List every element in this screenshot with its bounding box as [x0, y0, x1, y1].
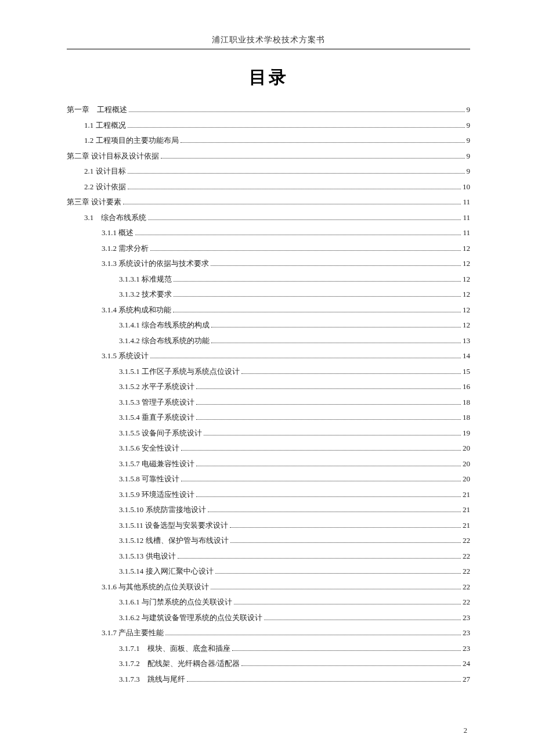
- toc-entry-page: 22: [463, 567, 470, 575]
- toc-entry[interactable]: 3.1.7.3 跳线与尾纤27: [67, 675, 470, 683]
- toc-entry-label: 1.1 工程概况: [84, 121, 126, 129]
- toc-entry[interactable]: 3.1 综合布线系统11: [67, 214, 470, 221]
- toc-entry-page: 20: [463, 475, 470, 483]
- toc-entry[interactable]: 3.1.1 概述11: [67, 229, 470, 236]
- toc-entry[interactable]: 3.1.5.2 水平子系统设计16: [67, 383, 470, 390]
- toc-leader-dots: [196, 388, 461, 389]
- toc-entry-label: 3.1.7.2 配线架、光纤耦合器/适配器: [119, 660, 240, 667]
- toc-entry-page: 20: [463, 444, 470, 452]
- toc-leader-dots: [174, 296, 461, 297]
- toc-entry-label: 3.1.5.9 环境适应性设计: [119, 491, 194, 498]
- toc-entry[interactable]: 3.1.5.12 线槽、保护管与布线设计22: [67, 537, 470, 544]
- toc-entry-label: 3.1.4 系统构成和功能: [102, 306, 171, 314]
- toc-leader-dots: [128, 127, 465, 128]
- toc-leader-dots: [181, 450, 461, 451]
- toc-entry-label: 3.1 综合布线系统: [84, 214, 146, 221]
- toc-entry[interactable]: 3.1.6 与其他系统的点位关联设计22: [67, 583, 470, 591]
- toc-entry-page: 12: [463, 260, 470, 267]
- toc-entry[interactable]: 3.1.5.9 环境适应性设计21: [67, 491, 470, 498]
- toc-leader-dots: [230, 542, 461, 543]
- toc-entry[interactable]: 3.1.3 系统设计的依据与技术要求12: [67, 260, 470, 267]
- toc-leader-dots: [181, 142, 465, 143]
- toc-entry-page: 22: [463, 598, 470, 606]
- toc-entry[interactable]: 第一章 工程概述9: [67, 106, 470, 113]
- toc-entry-page: 23: [463, 614, 470, 621]
- toc-leader-dots: [211, 343, 461, 343]
- toc-entry[interactable]: 3.1.6.1 与门禁系统的点位关联设计22: [67, 598, 470, 606]
- toc-entry-page: 18: [463, 398, 470, 406]
- toc-entry-page: 11: [463, 229, 470, 236]
- toc-entry-page: 22: [463, 537, 470, 544]
- toc-entry[interactable]: 1.1 工程概况9: [67, 121, 470, 129]
- toc-entry[interactable]: 2.2 设计依据10: [67, 183, 470, 190]
- toc-leader-dots: [196, 404, 461, 405]
- toc-leader-dots: [187, 681, 461, 682]
- toc-entry-page: 22: [463, 552, 470, 560]
- toc-entry[interactable]: 3.1.7 产品主要性能23: [67, 629, 470, 636]
- toc-entry[interactable]: 3.1.5.8 可靠性设计20: [67, 475, 470, 483]
- page-header: 浦江职业技术学校技术方案书: [67, 35, 470, 49]
- toc-entry[interactable]: 3.1.5.11 设备选型与安装要求设计21: [67, 521, 470, 529]
- toc-entry[interactable]: 2.1 设计目标9: [67, 167, 470, 175]
- toc-leader-dots: [241, 665, 461, 666]
- toc-entry-page: 23: [463, 645, 470, 652]
- toc-entry-page: 12: [463, 290, 470, 298]
- toc-entry-page: 9: [467, 167, 471, 175]
- toc-entry[interactable]: 3.1.4 系统构成和功能12: [67, 306, 470, 314]
- toc-entry-label: 3.1.3 系统设计的依据与技术要求: [102, 260, 209, 267]
- toc-entry-label: 3.1.4.2 综合布线系统的功能: [119, 337, 210, 344]
- toc-entry[interactable]: 1.2 工程项目的主要功能布局9: [67, 136, 470, 144]
- toc-leader-dots: [174, 281, 461, 282]
- toc-entry-label: 3.1.5.14 接入网汇聚中心设计: [119, 567, 214, 575]
- toc-entry[interactable]: 3.1.5.7 电磁兼容性设计20: [67, 460, 470, 467]
- toc-entry[interactable]: 3.1.7.1 模块、面板、底盒和插座23: [67, 645, 470, 652]
- toc-entry-label: 3.1.5.12 线槽、保护管与布线设计: [119, 537, 229, 544]
- toc-leader-dots: [211, 265, 461, 266]
- toc-entry[interactable]: 3.1.2 需求分析12: [67, 244, 470, 252]
- toc-entry[interactable]: 3.1.3.1 标准规范12: [67, 275, 470, 283]
- toc-entry[interactable]: 3.1.5.4 垂直子系统设计18: [67, 413, 470, 421]
- toc-entry-label: 第一章 工程概述: [67, 106, 127, 113]
- toc-leader-dots: [241, 373, 461, 374]
- toc-entry-page: 11: [463, 198, 470, 206]
- toc-entry[interactable]: 3.1.3.2 技术要求12: [67, 290, 470, 298]
- toc-entry[interactable]: 3.1.5.5 设备间子系统设计19: [67, 429, 470, 437]
- toc-entry[interactable]: 3.1.5.10 系统防雷接地设计21: [67, 506, 470, 513]
- toc-leader-dots: [230, 527, 461, 528]
- toc-leader-dots: [234, 604, 461, 604]
- toc-entry[interactable]: 3.1.5.6 安全性设计20: [67, 444, 470, 452]
- toc-entry-label: 3.1.7.1 模块、面板、底盒和插座: [119, 645, 230, 652]
- toc-entry-page: 12: [463, 244, 470, 252]
- toc-entry[interactable]: 3.1.7.2 配线架、光纤耦合器/适配器24: [67, 660, 470, 667]
- toc-entry[interactable]: 第三章 设计要素11: [67, 198, 470, 206]
- toc-leader-dots: [264, 620, 461, 620]
- toc-entry-page: 20: [463, 460, 470, 467]
- toc-entry-label: 3.1.5.1 工作区子系统与系统点位设计: [119, 368, 240, 375]
- toc-entry-label: 3.1.7 产品主要性能: [102, 629, 164, 636]
- toc-entry-page: 21: [463, 506, 470, 513]
- toc-leader-dots: [161, 158, 464, 159]
- toc-entry-label: 第三章 设计要素: [67, 198, 121, 206]
- toc-entry[interactable]: 3.1.5 系统设计14: [67, 352, 470, 359]
- toc-entry-label: 2.1 设计目标: [84, 167, 126, 175]
- toc-entry[interactable]: 3.1.4.1 综合布线系统的构成12: [67, 321, 470, 329]
- toc-title: 目录: [67, 66, 470, 89]
- page-number: 2: [464, 726, 468, 735]
- toc-entry[interactable]: 3.1.5.14 接入网汇聚中心设计22: [67, 567, 470, 575]
- toc-entry-page: 14: [463, 352, 470, 359]
- toc-leader-dots: [148, 219, 461, 220]
- toc-entry[interactable]: 3.1.5.13 供电设计22: [67, 552, 470, 560]
- toc-entry[interactable]: 3.1.5.3 管理子系统设计18: [67, 398, 470, 406]
- toc-entry[interactable]: 第二章 设计目标及设计依据9: [67, 152, 470, 160]
- toc-entry-page: 21: [463, 521, 470, 529]
- toc-entry-page: 18: [463, 413, 470, 421]
- toc-entry-label: 3.1.5.13 供电设计: [119, 552, 176, 560]
- toc-entry[interactable]: 3.1.4.2 综合布线系统的功能13: [67, 337, 470, 344]
- toc-leader-dots: [196, 419, 461, 420]
- toc-entry[interactable]: 3.1.5.1 工作区子系统与系统点位设计15: [67, 368, 470, 375]
- toc-leader-dots: [165, 635, 461, 635]
- toc-leader-dots: [208, 512, 461, 512]
- toc-entry[interactable]: 3.1.6.2 与建筑设备管理系统的点位关联设计23: [67, 614, 470, 621]
- toc-entry-page: 9: [467, 136, 471, 144]
- toc-entry-label: 3.1.5 系统设计: [102, 352, 149, 359]
